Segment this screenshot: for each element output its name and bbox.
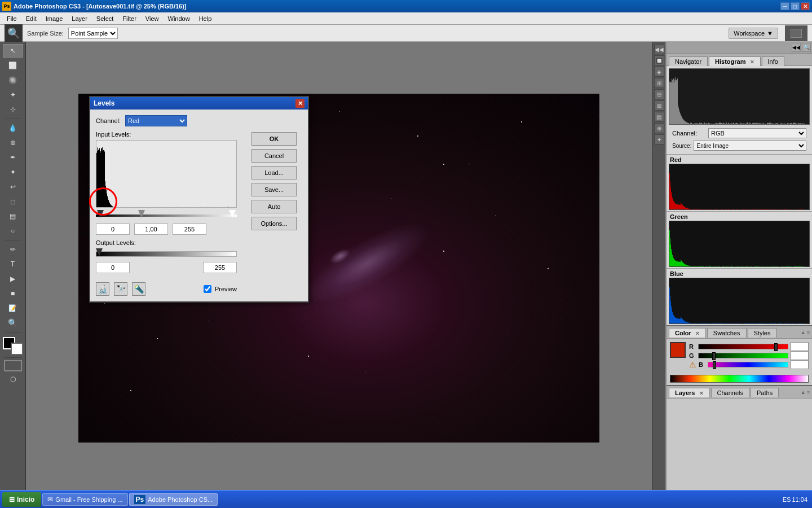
menu-select[interactable]: Select bbox=[92, 14, 118, 23]
eraser-tool[interactable]: ◻ bbox=[3, 195, 23, 208]
g-value-input[interactable]: 38 bbox=[791, 351, 809, 360]
color-swatch-preview[interactable] bbox=[670, 342, 686, 358]
menu-window[interactable]: Window bbox=[164, 14, 195, 23]
tab-navigator[interactable]: Navigator bbox=[669, 56, 708, 66]
b-slider[interactable] bbox=[708, 362, 788, 367]
auto-button[interactable]: Auto bbox=[251, 200, 297, 213]
white-eyedropper-btn[interactable]: 🔦 bbox=[132, 282, 145, 296]
layers-collapse-btn[interactable]: ▲ bbox=[801, 389, 806, 395]
search-panel-btn[interactable]: 🔍 bbox=[802, 43, 811, 52]
panel-tool-2[interactable]: ◈ bbox=[654, 67, 664, 77]
tab-color[interactable]: Color ✕ bbox=[669, 328, 706, 338]
quick-select-tool[interactable]: ✦ bbox=[3, 88, 23, 102]
input-black-value[interactable] bbox=[96, 224, 130, 235]
tab-channels[interactable]: Channels bbox=[711, 388, 749, 397]
panel-tool-5[interactable]: ⊠ bbox=[654, 100, 664, 111]
r-thumb[interactable] bbox=[774, 343, 778, 351]
options-button[interactable]: Options... bbox=[251, 217, 297, 230]
brush-tool[interactable]: ✒ bbox=[3, 151, 23, 164]
eyedropper-tool[interactable]: 🔍 bbox=[5, 24, 23, 42]
r-slider[interactable] bbox=[698, 344, 788, 349]
black-point-handle[interactable] bbox=[97, 210, 104, 219]
histogram-close-icon[interactable]: ✕ bbox=[750, 59, 754, 65]
white-point-handle[interactable] bbox=[229, 210, 236, 219]
color-panel-collapse[interactable]: ▲ bbox=[801, 330, 806, 335]
path-select-tool[interactable]: ▶ bbox=[3, 272, 23, 286]
history-brush-tool[interactable]: ↩ bbox=[3, 180, 23, 194]
tab-layers[interactable]: Layers ✕ bbox=[669, 388, 710, 397]
gray-eyedropper-btn[interactable]: 🔭 bbox=[114, 282, 127, 296]
g-slider[interactable] bbox=[698, 353, 788, 358]
panel-tool-7[interactable]: ⊕ bbox=[654, 123, 664, 133]
color-panel-menu[interactable]: ≡ bbox=[807, 330, 810, 335]
menu-edit[interactable]: Edit bbox=[21, 14, 41, 23]
collapse-panel-btn[interactable]: ◀◀ bbox=[654, 44, 664, 54]
ok-button[interactable]: OK bbox=[251, 132, 297, 146]
zoom-tool[interactable]: 🔍 bbox=[3, 316, 23, 330]
marquee-tool[interactable]: ⬜ bbox=[3, 59, 23, 72]
panel-tool-3[interactable]: ⊞ bbox=[654, 78, 664, 88]
tab-swatches[interactable]: Swatches bbox=[707, 328, 747, 338]
pen-tool[interactable]: ✏ bbox=[3, 243, 23, 256]
gradient-tool[interactable]: ▤ bbox=[3, 209, 23, 223]
tab-histogram[interactable]: Histogram ✕ bbox=[709, 56, 760, 66]
background-color[interactable] bbox=[11, 343, 23, 355]
color-close-icon[interactable]: ✕ bbox=[695, 331, 700, 336]
panel-tool-1[interactable]: 🔲 bbox=[654, 55, 664, 65]
menu-image[interactable]: Image bbox=[41, 14, 68, 23]
levels-close-button[interactable]: ✕ bbox=[295, 99, 304, 108]
b-value-input[interactable]: 15 bbox=[791, 360, 809, 369]
output-black-handle[interactable] bbox=[96, 248, 102, 260]
menu-file[interactable]: File bbox=[2, 14, 21, 23]
channel-select[interactable]: Red bbox=[125, 115, 187, 126]
menu-help[interactable]: Help bbox=[195, 14, 217, 23]
menu-filter[interactable]: Filter bbox=[118, 14, 140, 23]
eyedropper-tool-btn[interactable]: 💧 bbox=[3, 121, 23, 135]
panel-icon[interactable] bbox=[791, 29, 802, 38]
spot-heal-tool[interactable]: ⊕ bbox=[3, 136, 23, 150]
screen-mode-btn[interactable]: ⬡ bbox=[3, 373, 23, 386]
lasso-tool[interactable]: 🔘 bbox=[3, 73, 23, 87]
panel-tool-8[interactable]: ✦ bbox=[654, 134, 664, 144]
close-button[interactable]: ✕ bbox=[801, 2, 810, 10]
load-button[interactable]: Load... bbox=[251, 166, 297, 179]
color-gradient-bar[interactable] bbox=[670, 375, 809, 383]
r-value-input[interactable]: 223 bbox=[791, 342, 809, 351]
start-button[interactable]: ⊞ Inicio bbox=[2, 492, 41, 507]
restore-button[interactable]: □ bbox=[791, 2, 800, 10]
output-white-value[interactable] bbox=[203, 262, 237, 273]
input-white-value[interactable] bbox=[173, 224, 206, 235]
tab-paths[interactable]: Paths bbox=[751, 388, 779, 397]
black-eyedropper-btn[interactable]: 🔬 bbox=[96, 282, 109, 296]
tab-styles[interactable]: Styles bbox=[748, 328, 777, 338]
dodge-tool[interactable]: ○ bbox=[3, 224, 23, 238]
expand-panel-btn[interactable]: ◀◀ bbox=[792, 43, 801, 52]
crop-tool[interactable]: ⊹ bbox=[3, 103, 23, 116]
menu-view[interactable]: View bbox=[141, 14, 164, 23]
histogram-channel-select[interactable]: RGB bbox=[708, 128, 806, 138]
quick-mask-btn[interactable] bbox=[4, 360, 22, 371]
shape-tool[interactable]: ■ bbox=[3, 287, 23, 300]
clone-stamp-tool[interactable]: ✦ bbox=[3, 165, 23, 179]
save-button[interactable]: Save... bbox=[251, 183, 297, 196]
taskbar-item-gmail[interactable]: ✉ Gmail - Free Shipping ... bbox=[42, 493, 127, 506]
taskbar-item-photoshop[interactable]: Ps Adobe Photoshop CS... bbox=[129, 493, 218, 506]
notes-tool[interactable]: 📝 bbox=[3, 301, 23, 315]
minimize-button[interactable]: ─ bbox=[780, 2, 789, 10]
panel-tool-6[interactable]: ▤ bbox=[654, 112, 664, 122]
menu-layer[interactable]: Layer bbox=[67, 14, 92, 23]
type-tool[interactable]: T bbox=[3, 257, 23, 271]
b-thumb[interactable] bbox=[713, 361, 716, 369]
tab-info[interactable]: Info bbox=[762, 56, 784, 66]
source-select[interactable]: Entire Image bbox=[694, 141, 806, 151]
cancel-button[interactable]: Cancel bbox=[251, 149, 297, 163]
preview-checkbox[interactable] bbox=[204, 285, 211, 293]
sample-size-select[interactable]: Point Sample bbox=[68, 28, 118, 39]
layers-menu-btn[interactable]: ≡ bbox=[807, 389, 810, 395]
move-tool[interactable]: ↖ bbox=[3, 44, 23, 58]
midtone-handle[interactable] bbox=[138, 210, 145, 219]
panel-tool-4[interactable]: ⊟ bbox=[654, 89, 664, 99]
input-gamma-value[interactable] bbox=[134, 224, 168, 235]
g-thumb[interactable] bbox=[712, 352, 716, 360]
output-black-value[interactable] bbox=[96, 262, 130, 273]
